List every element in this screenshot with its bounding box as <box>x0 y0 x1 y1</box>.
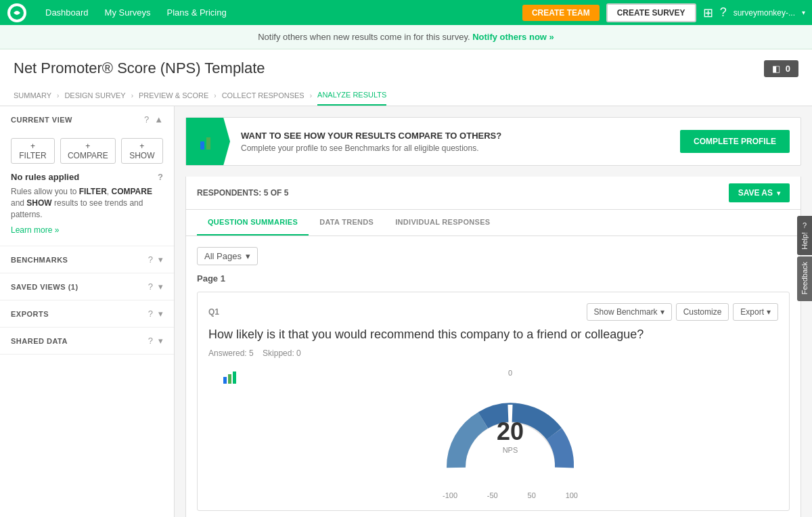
benchmarks-header[interactable]: BENCHMARKS ? ▾ <box>0 246 174 273</box>
current-view-section: CURRENT VIEW ? ▲ + FILTER + COMPARE + SH… <box>0 106 174 246</box>
show-benchmark-label: Show Benchmark <box>594 307 658 317</box>
complete-profile-button[interactable]: COMPLETE PROFILE <box>680 130 790 153</box>
current-view-collapse-icon[interactable]: ▲ <box>154 114 163 125</box>
notify-text: Notify others when new results come in f… <box>258 32 470 42</box>
nps-donut-wrapper: 20 NPS <box>443 380 578 488</box>
nps-score: 20 <box>497 418 524 446</box>
user-menu[interactable]: surveymonkey-... <box>734 8 795 18</box>
respondents-row: RESPONDENTS: 5 of 5 SAVE AS ▾ <box>185 177 801 210</box>
export-chevron-icon: ▾ <box>767 307 771 317</box>
logo[interactable] <box>7 3 27 23</box>
toggle-icon: ◧ <box>772 64 780 74</box>
nav-plans-pricing[interactable]: Plans & Pricing <box>159 0 235 25</box>
saved-views-help-icon[interactable]: ? <box>148 282 153 292</box>
save-as-button[interactable]: SAVE AS ▾ <box>729 183 790 202</box>
breadcrumb-preview-score[interactable]: PREVIEW & SCORE <box>139 86 208 105</box>
nav-links: Dashboard My Surveys Plans & Pricing <box>37 0 235 25</box>
toggle-count: 0 <box>786 64 790 74</box>
current-view-icons: ? ▲ <box>144 114 163 125</box>
nav-dashboard[interactable]: Dashboard <box>37 0 97 25</box>
nps-label: NPS <box>497 446 524 454</box>
content-tabs: QUESTION SUMMARIES DATA TRENDS INDIVIDUA… <box>185 210 801 235</box>
benchmarks-expand-icon[interactable]: ▾ <box>158 254 163 265</box>
save-as-chevron-icon: ▾ <box>777 189 780 197</box>
feedback-label: Feedback <box>800 262 809 294</box>
main-content: WANT TO SEE HOW YOUR RESULTS COMPARE TO … <box>175 106 812 517</box>
help-icon[interactable]: ? <box>720 5 727 20</box>
breadcrumb-analyze-results[interactable]: ANALYZE RESULTS <box>317 85 386 106</box>
svg-rect-3 <box>212 135 217 150</box>
sidebar: CURRENT VIEW ? ▲ + FILTER + COMPARE + SH… <box>0 106 175 517</box>
exports-expand-icon[interactable]: ▾ <box>158 309 163 319</box>
export-button[interactable]: Export ▾ <box>733 303 778 321</box>
pages-filter: All Pages ▾ <box>197 247 790 265</box>
current-view-content: + FILTER + COMPARE + SHOW No rules appli… <box>0 133 174 246</box>
exports-section: EXPORTS ? ▾ <box>0 300 174 328</box>
toggle-button[interactable]: ◧ 0 <box>764 60 798 77</box>
skipped-count: Skipped: 0 <box>263 349 301 358</box>
user-chevron-icon[interactable]: ▾ <box>802 9 805 16</box>
customize-button[interactable]: Customize <box>676 303 729 321</box>
exports-help-icon[interactable]: ? <box>148 309 153 319</box>
benchmark-icon <box>186 118 230 165</box>
tab-individual-responses[interactable]: INDIVIDUAL RESPONSES <box>384 210 501 235</box>
tab-question-summaries[interactable]: QUESTION SUMMARIES <box>197 210 309 235</box>
create-survey-button[interactable]: CREATE SURVEY <box>606 3 696 22</box>
compare-button[interactable]: + COMPARE <box>60 138 116 164</box>
nps-chart-area: 0 <box>208 369 778 499</box>
nps-scale-left: -100 <box>443 491 457 499</box>
benchmarks-label: BENCHMARKS <box>11 256 68 264</box>
svg-rect-1 <box>200 141 204 150</box>
grid-icon[interactable]: ⊞ <box>703 5 713 20</box>
question-actions: Show Benchmark ▾ Customize Export ▾ <box>587 303 778 321</box>
breadcrumb-arrow-1: › <box>57 92 59 99</box>
filter-button[interactable]: + FILTER <box>11 138 55 164</box>
no-rules-help-icon[interactable]: ? <box>158 172 163 182</box>
pages-label: All Pages <box>204 251 242 261</box>
tab-data-trends[interactable]: DATA TRENDS <box>309 210 384 235</box>
breadcrumb-design-survey[interactable]: DESIGN SURVEY <box>64 86 125 105</box>
saved-views-header[interactable]: SAVED VIEWS (1) ? ▾ <box>0 273 174 300</box>
learn-more-link[interactable]: Learn more » <box>11 225 59 235</box>
question-text: How likely is it that you would recommen… <box>208 326 778 343</box>
nav-my-surveys[interactable]: My Surveys <box>97 0 159 25</box>
benchmark-heading: WANT TO SEE HOW YOUR RESULTS COMPARE TO … <box>241 131 669 141</box>
export-label: Export <box>740 307 764 317</box>
exports-label: EXPORTS <box>11 310 49 318</box>
shared-data-help-icon[interactable]: ? <box>148 336 153 346</box>
current-view-header[interactable]: CURRENT VIEW ? ▲ <box>0 106 174 133</box>
notify-link[interactable]: Notify others now » <box>472 32 554 42</box>
benchmarks-help-icon[interactable]: ? <box>148 254 153 265</box>
breadcrumb-collect-responses[interactable]: COLLECT RESPONSES <box>222 86 304 105</box>
show-benchmark-button[interactable]: Show Benchmark ▾ <box>587 303 672 321</box>
question-header: Q1 Show Benchmark ▾ Customize Export ▾ <box>208 303 778 321</box>
saved-views-section: SAVED VIEWS (1) ? ▾ <box>0 273 174 300</box>
shared-data-header[interactable]: SHARED DATA ? ▾ <box>0 328 174 354</box>
breadcrumb-arrow-3: › <box>214 92 216 99</box>
current-view-label: CURRENT VIEW <box>11 116 72 124</box>
saved-views-label: SAVED VIEWS (1) <box>11 283 78 291</box>
show-button[interactable]: + SHOW <box>121 138 163 164</box>
create-team-button[interactable]: CREATE TEAM <box>522 5 600 21</box>
benchmarks-section: BENCHMARKS ? ▾ <box>0 246 174 273</box>
nps-scale-right: 100 <box>566 491 578 499</box>
feedback-tab[interactable]: Feedback <box>797 256 812 301</box>
benchmark-description: Complete your profile to see Benchmarks … <box>241 143 669 153</box>
breadcrumb-summary[interactable]: SUMMARY <box>14 86 51 105</box>
nps-chart-icon <box>222 369 242 387</box>
pages-dropdown[interactable]: All Pages ▾ <box>197 247 258 265</box>
shared-data-label: SHARED DATA <box>11 337 68 345</box>
question-number: Q1 <box>208 307 219 317</box>
respondents-count: RESPONDENTS: 5 of 5 <box>197 188 288 198</box>
exports-header[interactable]: EXPORTS ? ▾ <box>0 300 174 327</box>
shared-data-expand-icon[interactable]: ▾ <box>158 336 163 346</box>
nav-right: CREATE TEAM CREATE SURVEY ⊞ ? surveymonk… <box>522 3 805 22</box>
question-meta: Answered: 5 Skipped: 0 <box>208 349 778 358</box>
question-area: All Pages ▾ Page 1 Q1 Show Benchmark ▾ C… <box>185 235 801 517</box>
current-view-help-icon[interactable]: ? <box>144 114 149 125</box>
no-rules-label: No rules applied ? <box>11 172 163 182</box>
show-benchmark-chevron-icon: ▾ <box>660 307 664 317</box>
side-tabs: ? Help! Feedback <box>797 216 812 301</box>
help-tab[interactable]: ? Help! <box>797 216 812 255</box>
saved-views-expand-icon[interactable]: ▾ <box>158 282 163 292</box>
